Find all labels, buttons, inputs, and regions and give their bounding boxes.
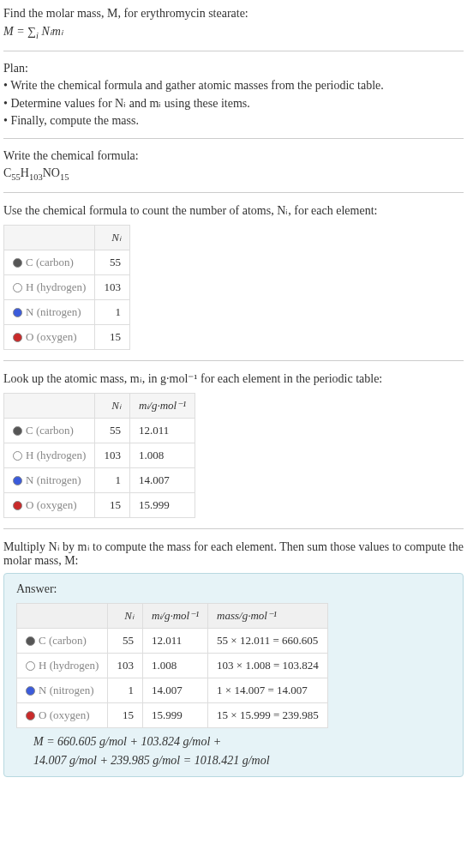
hydrogen-dot-icon — [26, 661, 35, 671]
element-cell: C (carbon) — [4, 418, 95, 443]
carbon-dot-icon — [26, 636, 35, 646]
nitrogen-dot-icon — [13, 308, 22, 317]
sum-symbol: ∑ — [27, 25, 36, 38]
element-label: H (hydrogen) — [26, 280, 86, 293]
element-label: C (carbon) — [26, 256, 74, 268]
table-header-row: Nᵢ mᵢ/g·mol⁻¹ — [4, 393, 195, 418]
mass-header: mass/g·mol⁻¹ — [208, 603, 328, 628]
multiply-intro: Multiply Nᵢ by mᵢ to compute the mass fo… — [3, 539, 464, 568]
element-label: O (oxygen) — [39, 708, 90, 721]
element-cell: O (oxygen) — [4, 492, 95, 517]
divider — [3, 360, 464, 361]
table-row: O (oxygen) 15 — [4, 324, 130, 349]
element-cell: N (nitrogen) — [4, 467, 95, 492]
chem-c-sub: 55 — [11, 172, 21, 182]
element-cell: C (carbon) — [17, 628, 108, 653]
element-cell: H (hydrogen) — [4, 274, 95, 299]
table-row: H (hydrogen) 103 1.008 — [4, 443, 195, 467]
answer-table: Nᵢ mᵢ/g·mol⁻¹ mass/g·mol⁻¹ C (carbon) 55… — [16, 603, 328, 728]
ni-value: 55 — [95, 250, 130, 274]
chem-c: C — [3, 166, 11, 179]
intro-formula: M = ∑i Nᵢmᵢ — [3, 24, 464, 40]
intro-text: Find the molar mass, M, for erythromycin… — [3, 7, 464, 21]
mi-value: 15.999 — [142, 702, 207, 727]
element-label: C (carbon) — [26, 424, 74, 437]
empty-header — [4, 393, 95, 418]
element-label: O (oxygen) — [26, 498, 77, 511]
divider — [3, 192, 464, 193]
nitrogen-dot-icon — [13, 476, 22, 485]
ni-value: 103 — [95, 274, 130, 299]
empty-header — [4, 225, 95, 250]
table-row: O (oxygen) 15 15.999 15 × 15.999 = 239.9… — [17, 702, 328, 727]
element-label: C (carbon) — [39, 634, 87, 647]
element-label: N (nitrogen) — [39, 684, 94, 696]
ni-header: Nᵢ — [108, 603, 143, 628]
divider — [3, 528, 464, 529]
ni-value: 55 — [95, 418, 130, 443]
final-mass-line2: 14.007 g/mol + 239.985 g/mol = 1018.421 … — [33, 754, 451, 768]
element-label: N (nitrogen) — [26, 473, 81, 486]
formula-terms: Nᵢmᵢ — [39, 25, 63, 38]
table-row: H (hydrogen) 103 1.008 103 × 1.008 = 103… — [17, 653, 328, 678]
ni-value: 15 — [95, 324, 130, 349]
element-cell: N (nitrogen) — [4, 299, 95, 324]
chem-no: NO — [43, 166, 60, 179]
formula-m-eq: M = — [3, 25, 27, 38]
table-row: C (carbon) 55 — [4, 250, 130, 274]
oxygen-dot-icon — [26, 711, 35, 720]
element-label: N (nitrogen) — [26, 305, 81, 318]
plan-bullet-1: • Write the chemical formula and gather … — [3, 79, 464, 93]
table-row: C (carbon) 55 12.011 — [4, 418, 195, 443]
chem-h: H — [21, 166, 29, 179]
table-row: N (nitrogen) 1 — [4, 299, 130, 324]
chem-heading: Write the chemical formula: — [3, 149, 464, 163]
ni-value: 103 — [95, 443, 130, 467]
answer-label: Answer: — [16, 582, 451, 596]
chem-h-sub: 103 — [29, 172, 43, 182]
answer-box: Answer: Nᵢ mᵢ/g·mol⁻¹ mass/g·mol⁻¹ C (ca… — [3, 573, 464, 777]
carbon-dot-icon — [13, 258, 22, 268]
table-row: C (carbon) 55 12.011 55 × 12.011 = 660.6… — [17, 628, 328, 653]
final-mass-line1: M = 660.605 g/mol + 103.824 g/mol + — [33, 735, 451, 749]
mi-value: 1.008 — [129, 443, 195, 467]
mi-header: mᵢ/g·mol⁻¹ — [142, 603, 207, 628]
plan-heading: Plan: — [3, 62, 464, 75]
table-header-row: Nᵢ — [4, 225, 130, 250]
ni-value: 55 — [108, 628, 143, 653]
carbon-dot-icon — [13, 426, 22, 436]
mi-value: 15.999 — [129, 492, 195, 517]
element-cell: O (oxygen) — [17, 702, 108, 727]
mi-header: mᵢ/g·mol⁻¹ — [129, 393, 195, 418]
lookup-table: Nᵢ mᵢ/g·mol⁻¹ C (carbon) 55 12.011 H (hy… — [3, 393, 195, 518]
element-cell: C (carbon) — [4, 250, 95, 274]
ni-header: Nᵢ — [95, 225, 130, 250]
hydrogen-dot-icon — [13, 451, 22, 461]
table-header-row: Nᵢ mᵢ/g·mol⁻¹ mass/g·mol⁻¹ — [17, 603, 328, 628]
chem-o-sub: 15 — [60, 172, 69, 182]
element-label: H (hydrogen) — [26, 449, 86, 461]
table-row: N (nitrogen) 1 14.007 — [4, 467, 195, 492]
divider — [3, 51, 464, 51]
ni-value: 15 — [95, 492, 130, 517]
oxygen-dot-icon — [13, 501, 22, 510]
element-label: H (hydrogen) — [39, 659, 99, 672]
element-label: O (oxygen) — [26, 330, 77, 343]
mass-value: 103 × 1.008 = 103.824 — [208, 653, 328, 678]
ni-value: 15 — [108, 702, 143, 727]
element-cell: N (nitrogen) — [17, 678, 108, 702]
ni-header: Nᵢ — [95, 393, 130, 418]
mi-value: 12.011 — [142, 628, 207, 653]
table-row: N (nitrogen) 1 14.007 1 × 14.007 = 14.00… — [17, 678, 328, 702]
table-row: H (hydrogen) 103 — [4, 274, 130, 299]
mi-value: 1.008 — [142, 653, 207, 678]
ni-value: 103 — [108, 653, 143, 678]
mi-value: 14.007 — [129, 467, 195, 492]
ni-value: 1 — [95, 467, 130, 492]
oxygen-dot-icon — [13, 333, 22, 342]
element-cell: O (oxygen) — [4, 324, 95, 349]
plan-bullet-3: • Finally, compute the mass. — [3, 114, 464, 128]
ni-value: 1 — [95, 299, 130, 324]
ni-value: 1 — [108, 678, 143, 702]
count-table: Nᵢ C (carbon) 55 H (hydrogen) 103 N (nit… — [3, 225, 130, 350]
